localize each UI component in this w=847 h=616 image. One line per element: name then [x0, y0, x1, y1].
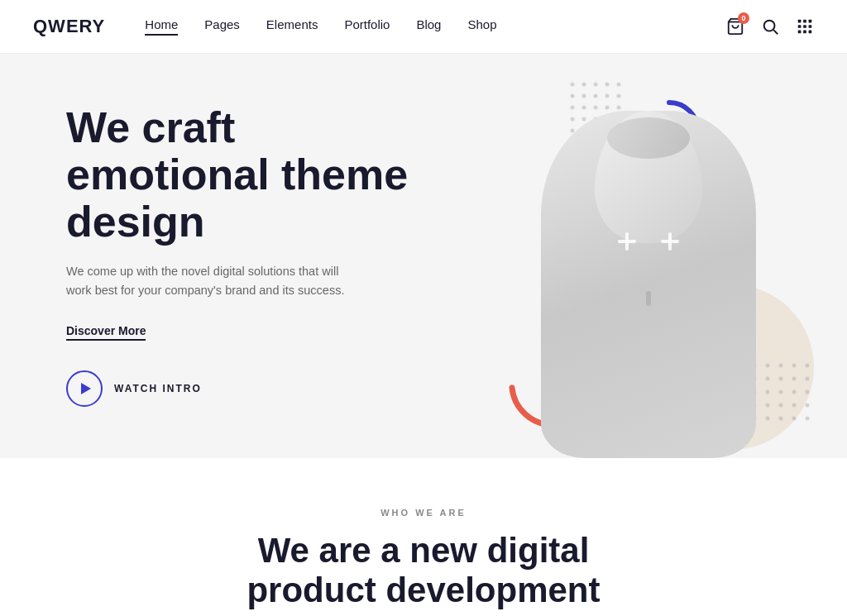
svg-point-50 — [792, 390, 797, 394]
nav-item-shop[interactable]: Shop — [467, 17, 496, 36]
svg-rect-5 — [809, 20, 812, 23]
nav-link-elements[interactable]: Elements — [266, 17, 318, 31]
discover-more-link[interactable]: Discover More — [66, 324, 146, 341]
nav-item-portfolio[interactable]: Portfolio — [344, 17, 390, 36]
nav-item-home[interactable]: Home — [145, 17, 178, 36]
statue-visual — [516, 94, 781, 458]
nav-item-blog[interactable]: Blog — [416, 17, 441, 36]
grid-menu-button[interactable] — [796, 17, 814, 36]
who-we-are-section: WHO WE ARE We are a new digital product … — [0, 458, 847, 616]
logo[interactable]: QWERY — [33, 16, 105, 37]
svg-rect-7 — [803, 25, 806, 28]
svg-rect-10 — [803, 31, 806, 34]
grid-icon — [796, 17, 814, 36]
watch-intro-label: WATCH INTRO — [114, 383, 202, 394]
svg-point-60 — [792, 417, 797, 421]
section-eyebrow: WHO WE ARE — [33, 508, 814, 518]
svg-point-61 — [806, 417, 810, 421]
cross-eye-left — [618, 232, 636, 251]
svg-point-12 — [571, 83, 575, 87]
svg-rect-3 — [798, 20, 802, 23]
nav-link-home[interactable]: Home — [145, 17, 178, 36]
nav-item-pages[interactable]: Pages — [204, 17, 240, 36]
svg-rect-11 — [809, 31, 812, 34]
navbar: QWERY Home Pages Elements Portfolio Blog… — [0, 0, 847, 53]
svg-point-55 — [792, 404, 797, 408]
hero-title: We craft emotional theme design — [66, 104, 430, 246]
svg-point-51 — [806, 390, 810, 394]
svg-point-41 — [806, 364, 810, 368]
watch-intro-button[interactable]: WATCH INTRO — [66, 370, 430, 407]
search-icon — [761, 17, 779, 36]
play-button[interactable] — [66, 370, 103, 407]
nav-links: Home Pages Elements Portfolio Blog Shop — [145, 17, 726, 36]
cart-badge: 0 — [738, 12, 749, 24]
nav-right: 0 — [726, 17, 814, 36]
hero-visual — [367, 53, 847, 458]
section-title: We are a new digital product development… — [192, 531, 655, 616]
hero-section: We craft emotional theme design We come … — [0, 53, 847, 458]
svg-line-2 — [773, 30, 778, 34]
svg-point-46 — [806, 377, 810, 381]
cart-button[interactable]: 0 — [726, 17, 744, 36]
hero-description: We come up with the novel digital soluti… — [66, 262, 347, 300]
svg-rect-6 — [798, 25, 802, 28]
svg-point-40 — [792, 364, 797, 368]
svg-point-1 — [764, 21, 775, 31]
nav-link-blog[interactable]: Blog — [416, 17, 441, 31]
svg-rect-8 — [809, 25, 812, 28]
cross-eyes-decoration — [618, 232, 679, 251]
svg-point-45 — [792, 377, 797, 381]
nav-link-portfolio[interactable]: Portfolio — [344, 17, 390, 31]
svg-point-16 — [617, 83, 621, 87]
hero-content: We craft emotional theme design We come … — [0, 55, 430, 457]
svg-rect-9 — [798, 31, 802, 34]
svg-point-14 — [594, 83, 598, 87]
svg-rect-4 — [803, 20, 806, 23]
statue-body — [541, 111, 756, 458]
nav-link-shop[interactable]: Shop — [467, 17, 496, 31]
cross-eye-right — [661, 232, 679, 251]
svg-point-56 — [806, 404, 810, 408]
svg-point-13 — [582, 83, 586, 87]
nav-link-pages[interactable]: Pages — [204, 17, 240, 31]
nav-item-elements[interactable]: Elements — [266, 17, 318, 36]
svg-point-15 — [605, 83, 610, 87]
search-button[interactable] — [761, 17, 779, 36]
